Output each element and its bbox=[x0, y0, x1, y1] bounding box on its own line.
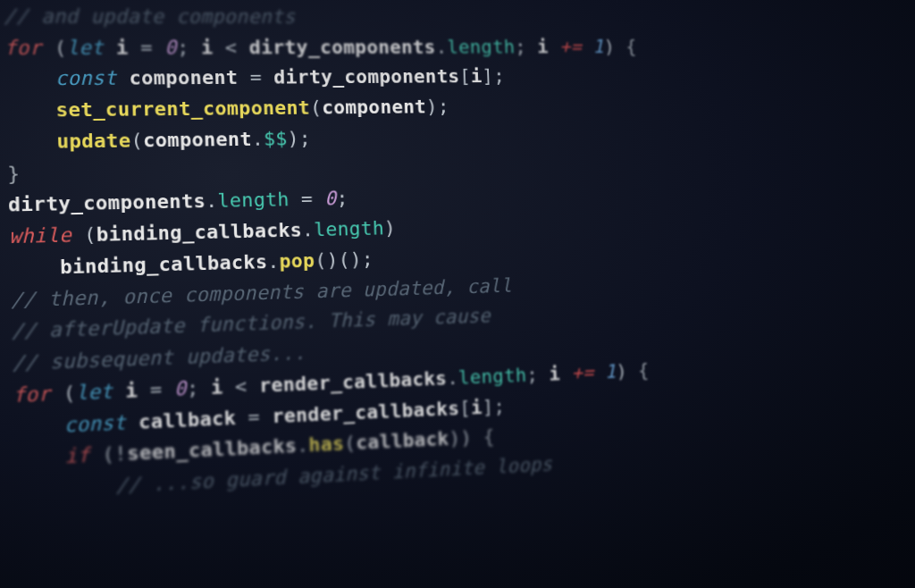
token-op: ); bbox=[287, 127, 311, 149]
token-id: i bbox=[113, 379, 138, 402]
token-op: ; bbox=[336, 188, 348, 210]
token-op: ) bbox=[603, 36, 625, 57]
token-kw2: let bbox=[66, 36, 104, 58]
token-ared: += bbox=[571, 361, 594, 383]
token-op: ( bbox=[344, 432, 357, 454]
token-id: i bbox=[470, 65, 483, 87]
token-op: [ bbox=[459, 65, 472, 87]
token-id: component bbox=[116, 66, 238, 89]
token-pr: length bbox=[447, 36, 516, 57]
token-op: < bbox=[222, 374, 259, 399]
token-op bbox=[13, 413, 64, 438]
token-nu: 0 bbox=[164, 36, 177, 58]
token-op bbox=[4, 67, 55, 90]
token-op: = bbox=[289, 188, 324, 210]
token-op: ( bbox=[310, 97, 323, 119]
token-op bbox=[5, 98, 56, 122]
token-op: ) bbox=[383, 217, 396, 239]
token-id: binding_callbacks bbox=[97, 219, 303, 246]
token-op: ) bbox=[616, 359, 639, 382]
token-id: callback bbox=[126, 406, 237, 433]
token-op: ( bbox=[130, 129, 143, 151]
token-anum: 1 bbox=[592, 36, 604, 57]
token-op bbox=[14, 445, 65, 470]
token-op: = bbox=[138, 377, 175, 401]
token-kw: for bbox=[13, 382, 51, 407]
code-block[interactable]: // first, call beforeUpdate functions// … bbox=[3, 0, 915, 508]
token-op: )) bbox=[449, 426, 483, 449]
token-kw: for bbox=[4, 36, 42, 58]
code-line: for (let i = 0; i < dirty_components.len… bbox=[4, 32, 915, 64]
token-op: [ bbox=[459, 396, 472, 418]
token-fn: set_current_component bbox=[55, 97, 310, 121]
token-op: ( bbox=[50, 382, 76, 406]
token-pr: length bbox=[314, 217, 384, 240]
token-op: = bbox=[238, 66, 274, 88]
token-nu: 0 bbox=[174, 377, 187, 400]
token-id: component bbox=[322, 96, 427, 118]
token-op: ; bbox=[186, 376, 211, 399]
token-pr: length bbox=[458, 364, 527, 388]
token-id: i bbox=[201, 36, 214, 58]
token-id: render_callbacks bbox=[272, 397, 460, 427]
token-op: ; bbox=[515, 36, 538, 57]
token-op: . bbox=[302, 218, 315, 240]
token-op: ; bbox=[177, 36, 202, 58]
token-op bbox=[6, 130, 57, 153]
token-op: ); bbox=[426, 96, 449, 117]
token-kw2: const bbox=[63, 411, 126, 436]
token-id: dirty_components bbox=[273, 65, 460, 88]
code-line: // and update components bbox=[3, 1, 915, 32]
token-pr: length bbox=[217, 189, 290, 212]
token-op: (! bbox=[89, 442, 127, 466]
token-id: render_callbacks bbox=[259, 367, 448, 397]
token-op bbox=[560, 362, 572, 384]
token-op: ]; bbox=[482, 65, 505, 87]
token-id: component bbox=[143, 128, 252, 151]
token-op: ; bbox=[526, 363, 550, 385]
token-op: . bbox=[435, 36, 448, 57]
token-op: < bbox=[213, 36, 249, 58]
token-op: = bbox=[236, 405, 273, 429]
token-fn: update bbox=[56, 129, 131, 152]
token-kw2: const bbox=[55, 67, 117, 89]
token-id: dirty_components bbox=[248, 36, 436, 58]
token-pr: $$ bbox=[264, 127, 288, 149]
token-br: } bbox=[7, 162, 21, 185]
token-op: ()(); bbox=[315, 248, 374, 271]
token-op: . bbox=[297, 434, 309, 458]
token-id: i bbox=[104, 36, 129, 58]
token-ared: += bbox=[559, 36, 583, 57]
token-br: { bbox=[625, 36, 637, 57]
token-op: ( bbox=[41, 36, 66, 58]
token-op: ]; bbox=[482, 395, 505, 417]
token-anum: 1 bbox=[605, 360, 617, 382]
token-id: seen_callbacks bbox=[127, 434, 298, 465]
token-id: dirty_components bbox=[8, 189, 206, 215]
token-cm: // and update components bbox=[4, 4, 296, 27]
token-kw: while bbox=[9, 223, 72, 248]
token-fn: pop bbox=[279, 249, 315, 273]
token-br: { bbox=[483, 425, 495, 448]
token-kw: if bbox=[64, 444, 90, 468]
token-nu: 0 bbox=[324, 188, 337, 210]
token-id: i bbox=[471, 396, 483, 418]
token-id: binding_callbacks bbox=[60, 250, 268, 278]
editor-viewport: // first, call beforeUpdate functions// … bbox=[0, 0, 915, 588]
token-br: { bbox=[638, 359, 650, 381]
token-op: . bbox=[267, 250, 280, 273]
token-op: . bbox=[447, 366, 459, 389]
token-id: i bbox=[537, 36, 549, 57]
token-id: i bbox=[549, 363, 560, 385]
token-op: = bbox=[128, 36, 165, 58]
token-fn: has bbox=[308, 433, 344, 457]
token-op bbox=[10, 256, 61, 280]
token-op bbox=[548, 36, 559, 57]
token-op: . bbox=[206, 189, 218, 212]
token-id: callback bbox=[356, 428, 449, 454]
token-op bbox=[15, 475, 116, 502]
token-op: . bbox=[251, 128, 264, 150]
token-id: i bbox=[211, 375, 223, 399]
token-kw2: let bbox=[75, 380, 113, 404]
token-op: ( bbox=[71, 223, 97, 247]
